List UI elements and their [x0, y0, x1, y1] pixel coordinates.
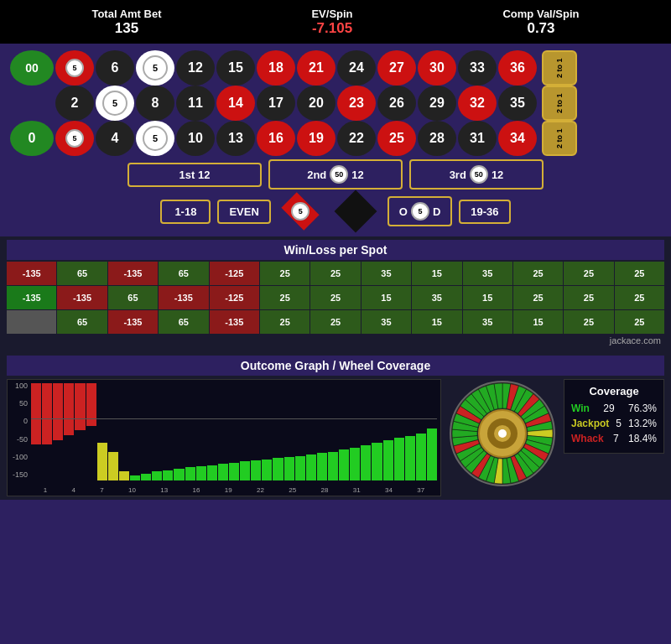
bar-column [130, 383, 140, 480]
cell-28[interactable]: 28 [418, 121, 456, 156]
outcome-title: Outcome Graph / Wheel Coverage [7, 356, 664, 376]
two-to-one-top[interactable]: 2 to 1 [542, 50, 577, 86]
cell-30[interactable]: 30 [418, 50, 456, 86]
bar [97, 443, 107, 480]
bar [273, 458, 283, 480]
bet-even[interactable]: EVEN [217, 200, 270, 224]
coverage-whack-row: Whack 7 18.4% [571, 433, 657, 444]
bar-column [53, 383, 63, 480]
cell-25[interactable]: 25 [377, 121, 416, 156]
cell-4[interactable]: 4 [96, 121, 134, 156]
cell-34[interactable]: 34 [498, 121, 537, 156]
third-dozen[interactable]: 3rd 50 12 [409, 159, 544, 190]
cell-26[interactable]: 26 [377, 86, 416, 121]
bar-column [31, 383, 41, 480]
jackpot-pct: 13.2% [628, 418, 657, 429]
bar-column [394, 383, 404, 480]
bar [207, 465, 217, 480]
dozens-row: 1st 12 2nd 50 12 3rd 50 12 [10, 159, 661, 190]
bet-odd[interactable]: O 5 D [388, 196, 453, 226]
ev-spin-label: EV/Spin [311, 8, 352, 20]
bar [405, 436, 415, 480]
bar [240, 461, 250, 480]
bar [350, 448, 360, 480]
chip-1: 5 [65, 129, 84, 148]
roulette-table-section: 00 35 6 5 12 15 18 21 24 27 30 33 36 2 t… [0, 44, 671, 231]
bar-column [196, 383, 206, 480]
bar-column [306, 383, 316, 480]
cell-10[interactable]: 10 [176, 121, 215, 156]
wl-r2c2: 65 [108, 286, 158, 309]
two-to-one-mid[interactable]: 2 to 1 [542, 86, 577, 121]
wl-r1c8: 35 [362, 262, 411, 285]
cell-23[interactable]: 23 [337, 86, 376, 121]
outcome-section: Outcome Graph / Wheel Coverage 100 50 0 … [0, 352, 671, 500]
cell-17[interactable]: 17 [257, 86, 295, 121]
cell-14[interactable]: 14 [216, 86, 255, 121]
cell-11[interactable]: 11 [176, 86, 215, 121]
cell-00[interactable]: 00 [10, 50, 54, 86]
comp-val-value: 0.73 [502, 20, 579, 37]
cell-2[interactable]: 2 [55, 86, 94, 121]
cell-21[interactable]: 21 [297, 50, 336, 86]
cell-20[interactable]: 20 [297, 86, 336, 121]
wl-row-2: -135 -135 65 -135 -125 25 25 15 35 15 25… [7, 286, 664, 309]
total-amt-bet-value: 135 [91, 20, 161, 37]
bar-column [119, 383, 129, 480]
bet-red[interactable]: 5 [278, 195, 324, 228]
bet-black[interactable] [330, 195, 381, 228]
bar-column [284, 383, 294, 480]
wl-r3c7: 35 [362, 310, 411, 334]
win-count: 29 [603, 402, 614, 414]
cell-1[interactable]: 15 [55, 121, 94, 156]
first-dozen[interactable]: 1st 12 [127, 163, 262, 187]
second-dozen[interactable]: 2nd 50 12 [268, 159, 403, 190]
cell-3[interactable]: 35 [55, 50, 94, 86]
cell-0[interactable]: 0 [10, 121, 54, 156]
cell-16[interactable]: 16 [257, 121, 295, 156]
cell-15[interactable]: 15 [216, 50, 255, 86]
bar [108, 452, 118, 480]
bet-1-18[interactable]: 1-18 [160, 200, 211, 224]
winloss-grid: -135 65 -135 65 -125 25 25 35 15 35 25 2… [7, 262, 664, 334]
bar [119, 471, 129, 480]
wl-r1c5: -125 [210, 262, 259, 285]
cell-33[interactable]: 33 [458, 50, 497, 86]
cell-32[interactable]: 32 [458, 86, 497, 121]
wl-r3c12: 25 [615, 310, 664, 334]
wl-r1c10: 35 [463, 262, 512, 285]
cell-24[interactable]: 24 [337, 50, 376, 86]
two-to-one-bot[interactable]: 2 to 1 [542, 121, 577, 156]
cell-19[interactable]: 19 [297, 121, 336, 156]
bar [262, 460, 272, 480]
cell-27[interactable]: 27 [377, 50, 416, 86]
bar [383, 440, 393, 480]
cell-18[interactable]: 18 [257, 50, 295, 86]
cell-5[interactable]: 5 [96, 86, 134, 121]
cell-13[interactable]: 13 [216, 121, 255, 156]
cell-36[interactable]: 36 [498, 50, 537, 86]
wl-r1c12: 25 [564, 262, 613, 285]
y-neg50: -50 [9, 435, 28, 444]
cell-29[interactable]: 29 [418, 86, 456, 121]
coverage-jackpot-row: Jackpot 5 13.2% [571, 418, 657, 429]
coverage-panel: Coverage Win 29 76.3% Jackpot 5 13.2% Wh… [564, 379, 664, 454]
cell-6[interactable]: 6 [96, 50, 134, 86]
whack-label: Whack [571, 433, 604, 444]
wl-r3c11: 25 [564, 310, 613, 334]
bar-column [42, 383, 52, 480]
cell-8[interactable]: 8 [136, 86, 174, 121]
total-amt-bet-section: Total Amt Bet 135 [91, 8, 161, 37]
bet-19-36[interactable]: 19-36 [459, 200, 510, 224]
bar [229, 463, 239, 480]
cell-12[interactable]: 12 [176, 50, 215, 86]
cell-35[interactable]: 35 [498, 86, 537, 121]
wl-r3c2: -135 [108, 310, 158, 334]
cell-22[interactable]: 22 [337, 121, 376, 156]
cell-9[interactable]: 5 [136, 50, 174, 86]
cell-31[interactable]: 31 [458, 121, 497, 156]
cell-7[interactable]: 5 [136, 121, 174, 156]
bar [339, 449, 349, 480]
bar [196, 466, 206, 480]
bar-column [427, 383, 437, 480]
